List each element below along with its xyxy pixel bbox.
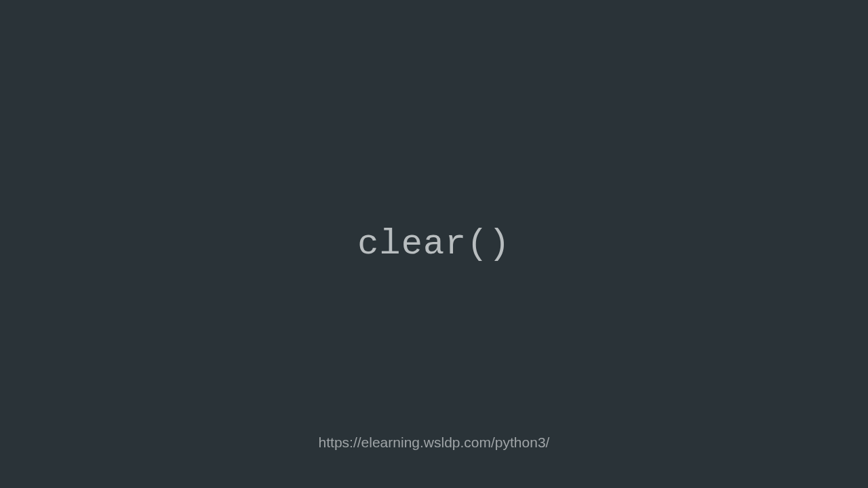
footer-url-text: https://elearning.wsldp.com/python3/ <box>319 434 550 451</box>
slide-title: clear() <box>357 224 510 264</box>
